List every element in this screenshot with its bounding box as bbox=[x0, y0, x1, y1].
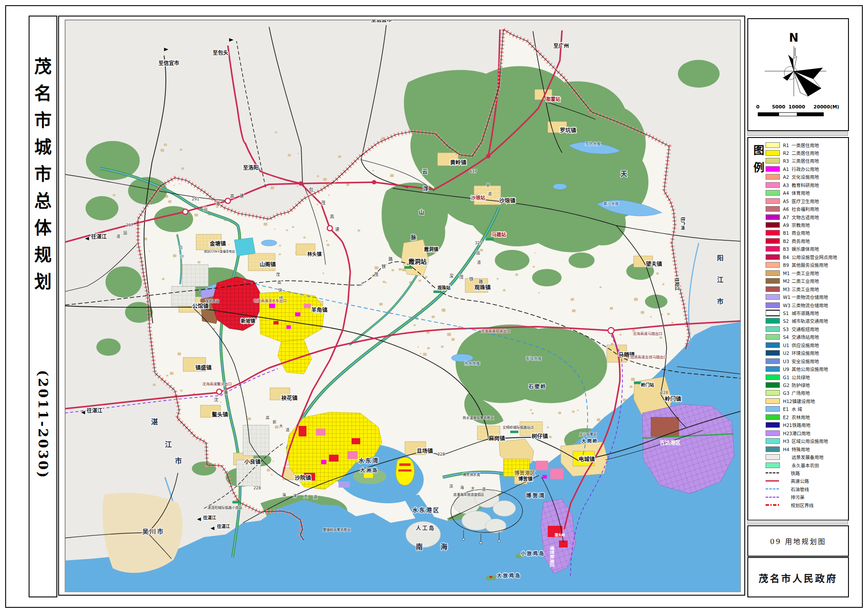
legend-label: U2环境设施用地 bbox=[783, 350, 819, 356]
map-label: 海 bbox=[441, 543, 449, 551]
legend-swatch bbox=[766, 174, 780, 180]
map-label: 至广州 bbox=[553, 43, 569, 49]
legend-label: G3广场用地 bbox=[783, 390, 810, 396]
map-label: 博贺港区 bbox=[514, 470, 535, 476]
legend-swatch bbox=[766, 495, 779, 499]
map-label: 铁 bbox=[469, 276, 473, 282]
legend-swatch bbox=[766, 294, 780, 300]
map-label: 海 bbox=[460, 485, 464, 490]
legend-item: U3安全设施用地 bbox=[766, 357, 819, 364]
title-char: 体 bbox=[30, 219, 56, 236]
map-label: 325 bbox=[475, 241, 482, 245]
legend-swatch bbox=[766, 190, 780, 196]
map-label: 霞洞镇 bbox=[424, 246, 438, 252]
legend-item: U2环境设施用地 bbox=[766, 350, 819, 357]
map-label: 沙琅镇 bbox=[499, 197, 516, 204]
legend-item: A3教育科研用地 bbox=[766, 181, 819, 188]
map-label: 阳 bbox=[717, 254, 725, 262]
map-label: 道 bbox=[313, 495, 317, 499]
legend-label: A7文物古迹用地 bbox=[783, 214, 819, 220]
map-label: 湛 bbox=[151, 418, 159, 426]
map-label: 观珠站 bbox=[437, 285, 450, 290]
map-number: 09 用地规划图 bbox=[770, 536, 826, 546]
legend-label: B1商业用地 bbox=[783, 229, 810, 236]
legend-swatch bbox=[766, 214, 780, 220]
legend-item: B9其他服务设施用地 bbox=[766, 262, 828, 269]
legend-swatch bbox=[766, 350, 780, 356]
map-label: 高 bbox=[330, 214, 334, 219]
map-label: 浮 bbox=[423, 186, 430, 192]
map-label: 海 bbox=[224, 390, 228, 395]
legend-item: 永久基本农田 bbox=[766, 462, 819, 469]
map-label: 博贺镇 bbox=[518, 476, 533, 482]
legend-label: 远景发展备用地 bbox=[783, 454, 824, 460]
legend-label: R2二类居住用地 bbox=[783, 150, 819, 156]
map-label: 包 bbox=[309, 187, 313, 192]
legend-label: B4公用设施营业网点用地 bbox=[783, 254, 837, 260]
map-label: 路 bbox=[479, 279, 483, 284]
map-label: 石壁岭 bbox=[528, 384, 547, 390]
legend-swatch bbox=[766, 142, 780, 148]
title-char: 规 bbox=[30, 246, 56, 263]
legend-item: U9其他公用设施用地 bbox=[766, 366, 828, 373]
map-label: 路 bbox=[388, 256, 393, 262]
map-label: 江 bbox=[165, 440, 173, 449]
legend-item: A9宗教用地 bbox=[766, 222, 810, 229]
legend-swatch bbox=[766, 342, 780, 348]
map-label: 沈海高速鳌头出口 bbox=[202, 382, 232, 386]
legend-item: A1行政办公用地 bbox=[766, 165, 819, 172]
title-char: 城 bbox=[30, 138, 56, 156]
map-label: 岭门站 bbox=[641, 382, 654, 387]
legend-label: 铁路 bbox=[782, 470, 800, 476]
legend-swatch bbox=[766, 198, 780, 204]
map-label: 汕湛高速支线马踏出口 bbox=[630, 355, 667, 359]
map-label: 云 bbox=[422, 169, 429, 175]
map-label: 洋 bbox=[293, 493, 297, 498]
map-label: 速 bbox=[335, 227, 339, 232]
legend-item: B1商业用地 bbox=[766, 229, 810, 236]
map-label: 霞洞站 bbox=[408, 258, 427, 265]
legend-label: 石油管线 bbox=[782, 486, 809, 492]
legend-swatch bbox=[766, 302, 780, 308]
legend-label: A3教育科研用地 bbox=[783, 182, 819, 188]
map-label: 电城镇 bbox=[579, 456, 595, 462]
legend-label: H12镇建设用地 bbox=[783, 398, 815, 404]
map-label: 晏镜岭风景名胜区 bbox=[323, 528, 351, 532]
legend-label: A2文化设施用地 bbox=[783, 174, 819, 180]
map-label: 湛 bbox=[216, 201, 220, 206]
map-label: 水东湾 bbox=[358, 457, 379, 464]
map-label: 大岗岭 bbox=[582, 438, 598, 443]
legend-label: A9宗教用地 bbox=[783, 222, 810, 228]
map-label: 速 bbox=[240, 193, 244, 198]
title-char: 名 bbox=[30, 85, 56, 102]
legend-swatch bbox=[766, 422, 780, 428]
map-label: 高 bbox=[277, 280, 281, 285]
scale-tick: 5000 bbox=[772, 104, 786, 110]
legend-label: M1一类工业用地 bbox=[783, 270, 819, 276]
map-label: 广 bbox=[361, 282, 365, 286]
map-label: 291 bbox=[192, 197, 199, 201]
map-label: 小良镇 bbox=[244, 459, 261, 465]
legend-label: S1城市道路用地 bbox=[783, 310, 819, 316]
map-label: 沈 bbox=[214, 397, 218, 402]
legend-swatch bbox=[766, 430, 780, 436]
map-label: 茂 bbox=[374, 272, 378, 277]
map-label: 617 bbox=[470, 169, 477, 174]
map-label: 小放鸡岛 bbox=[520, 551, 545, 557]
legend-label: S2城市轨道交通用地 bbox=[783, 318, 828, 324]
legend-label: U3安全设施用地 bbox=[783, 358, 819, 364]
map-label: 麻岗镇 bbox=[488, 435, 505, 442]
legend-item: S2城市轨道交通用地 bbox=[766, 318, 828, 325]
legend-item: S4交通场站用地 bbox=[766, 334, 819, 341]
map-label: 博贺湾 bbox=[526, 492, 546, 499]
legend-item: A6社会福利用地 bbox=[766, 206, 819, 213]
legend-label: A1行政办公用地 bbox=[783, 166, 819, 172]
map-label: 至洛阳 bbox=[243, 164, 259, 171]
map-label: 吉达港区 bbox=[660, 439, 681, 446]
legend-swatch bbox=[766, 438, 780, 444]
legend-item: U1供应设施用地 bbox=[766, 341, 819, 348]
legend-item: B2商务用地 bbox=[766, 237, 810, 244]
map-label: 海 bbox=[282, 492, 286, 497]
legend-swatch bbox=[766, 262, 780, 268]
legend-item: G3广场用地 bbox=[766, 390, 810, 397]
